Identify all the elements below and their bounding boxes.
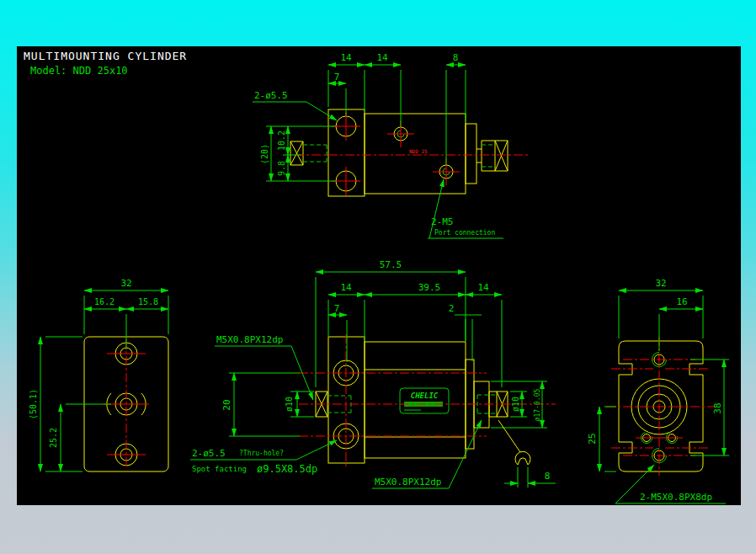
right-side-view: 32 16 38 25 2-M5X0.8PX8dp bbox=[587, 278, 729, 503]
top-view-dimensions: 14 14 8 7 (20) 10.2 9.8 bbox=[260, 52, 466, 181]
dim-top-9-8: 9.8 bbox=[277, 161, 286, 176]
dim-front-flat-8: 8 bbox=[545, 471, 551, 482]
dim-front-20: 20 bbox=[221, 399, 232, 410]
logo-text: CHELIC bbox=[411, 392, 439, 400]
dim-top-10-2: 10.2 bbox=[277, 131, 286, 151]
cad-drawing: MULTIMOUNTING CYLINDER Model: NDD 25x10 bbox=[17, 46, 741, 505]
leader-thru-hole: 2-ø5.5 bbox=[192, 448, 226, 459]
top-view-outline bbox=[290, 109, 508, 196]
part-number-stamp: NDD 25 bbox=[409, 148, 428, 154]
dim-front-57-5: 57.5 bbox=[380, 259, 402, 270]
dim-front-39-5: 39.5 bbox=[418, 282, 441, 293]
dim-left-32: 32 bbox=[120, 278, 131, 289]
dim-front-rod-right: ø10 bbox=[511, 397, 520, 412]
dim-front-boss: ø17-0.05 bbox=[534, 389, 541, 422]
leader-spot-facing-value: ø9.5X8.5dp bbox=[257, 463, 317, 475]
title-block: MULTIMOUNTING CYLINDER Model: NDD 25x10 bbox=[24, 50, 187, 77]
dim-top-7: 7 bbox=[334, 72, 340, 83]
dim-front-2: 2 bbox=[449, 303, 455, 314]
dim-front-7: 7 bbox=[334, 303, 340, 314]
left-side-view: 32 16.2 15.8 (50.1) 25.2 bbox=[29, 278, 168, 471]
dim-right-16: 16 bbox=[676, 296, 687, 307]
dim-top-20: (20) bbox=[260, 144, 269, 164]
front-view-outline bbox=[316, 337, 508, 463]
left-view-dimensions: 32 16.2 15.8 (50.1) 25.2 bbox=[29, 278, 168, 471]
front-view: CHELIC 57.5 14 bbox=[190, 259, 556, 488]
wrench-icon bbox=[498, 420, 530, 465]
dim-top-8: 8 bbox=[453, 52, 459, 63]
leader-spot-facing: Spot facting bbox=[192, 465, 247, 473]
dim-front-14-left: 14 bbox=[340, 282, 352, 293]
dim-right-38: 38 bbox=[712, 402, 723, 413]
leader-right-thread: 2-M5X0.8PX8dp bbox=[640, 492, 712, 503]
dim-front-14-right: 14 bbox=[477, 282, 489, 293]
top-view: NDD 25 14 14 8 7 bbox=[253, 52, 530, 238]
right-view-centerlines bbox=[606, 337, 716, 476]
dim-left-25-2: 25.2 bbox=[49, 428, 58, 448]
leader-holes-label: 2-ø5.5 bbox=[254, 90, 288, 101]
drawing-canvas[interactable]: MULTIMOUNTING CYLINDER Model: NDD 25x10 bbox=[17, 46, 741, 505]
right-view-dimensions: 32 16 38 25 bbox=[587, 278, 729, 471]
leader-thread-left: M5X0.8PX12dp bbox=[216, 334, 283, 345]
dim-front-rod-left: ø10 bbox=[285, 397, 294, 412]
drawing-title: MULTIMOUNTING CYLINDER bbox=[24, 50, 187, 62]
dim-top-14-mid: 14 bbox=[376, 52, 388, 63]
dim-left-15-8: 15.8 bbox=[138, 297, 158, 306]
leader-ports-note: Port connection bbox=[434, 229, 495, 237]
cad-viewport-background: MULTIMOUNTING CYLINDER Model: NDD 25x10 bbox=[0, 0, 756, 554]
dim-right-32: 32 bbox=[655, 278, 666, 289]
leader-thread-right: M5X0.8PX12dp bbox=[375, 477, 441, 487]
dim-top-14-left: 14 bbox=[340, 52, 352, 63]
chelic-logo: CHELIC bbox=[400, 388, 449, 413]
right-view-leaders: 2-M5X0.8PX8dp bbox=[615, 465, 726, 503]
dim-left-16-2: 16.2 bbox=[94, 297, 114, 306]
leader-thru-hole-note: ?Thru-hole? bbox=[239, 450, 284, 457]
dim-right-25: 25 bbox=[587, 433, 598, 444]
drawing-model: Model: NDD 25x10 bbox=[30, 65, 128, 77]
dim-left-50-1: (50.1) bbox=[29, 389, 38, 419]
